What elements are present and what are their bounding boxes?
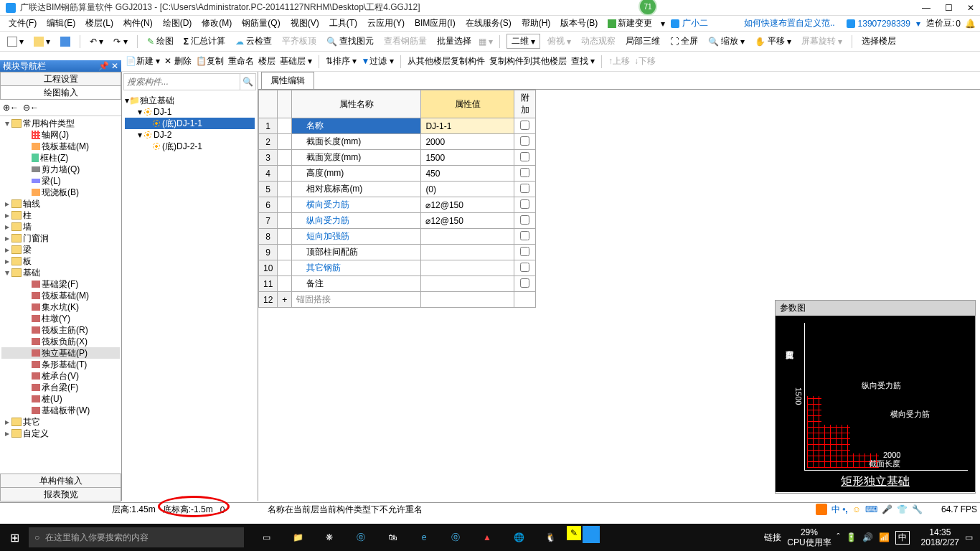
property-row[interactable]: 7纵向受力筋⌀12@150 — [259, 213, 536, 229]
tab-single-input[interactable]: 单构件输入 — [0, 474, 121, 488]
notifications-icon[interactable]: ▭ — [965, 532, 973, 542]
property-table[interactable]: 属性名称属性值附加 1名称DJ-1-12截面长度(mm)20003截面宽度(mm… — [258, 90, 536, 308]
tree-node[interactable]: ▸板 — [1, 255, 120, 267]
property-row[interactable]: 5相对底标高(m)(0) — [259, 182, 536, 197]
pan-button[interactable]: ✋平移 ▾ — [752, 34, 794, 49]
menu-rebar[interactable]: 钢筋量(Q) — [237, 16, 284, 31]
menu-floor[interactable]: 楼层(L) — [81, 16, 118, 31]
property-tab[interactable]: 属性编辑 — [261, 72, 314, 89]
tree-node[interactable]: 基础梁(F) — [1, 278, 120, 290]
tree-node[interactable]: ▸自定义 — [1, 428, 120, 439]
tree-node[interactable]: ▾常用构件类型 — [1, 118, 120, 129]
tree-node[interactable]: 筏板基础(M) — [1, 141, 120, 152]
menu-edit[interactable]: 编辑(E) — [42, 16, 80, 31]
redo-button[interactable]: ↷ ▾ — [110, 35, 130, 48]
copy-from-floor-button[interactable]: 从其他楼层复制构件 — [407, 55, 485, 67]
tree-node[interactable]: 柱墩(Y) — [1, 313, 120, 324]
battery-icon[interactable]: 🔋 — [846, 532, 857, 542]
new-file-button[interactable]: ▾ — [4, 35, 27, 48]
menu-bim[interactable]: BIM应用(I) — [410, 16, 460, 31]
tree-node[interactable]: 桩承台(V) — [1, 370, 120, 382]
tree-node[interactable]: 基础板带(W) — [1, 405, 120, 416]
property-row[interactable]: 12+锚固搭接 — [259, 292, 536, 308]
undo-button[interactable]: ↶ ▾ — [87, 35, 106, 48]
minimize-button[interactable]: — — [922, 3, 930, 13]
cad-icon[interactable]: ▲ — [472, 526, 502, 549]
property-row[interactable]: 10其它钢筋 — [259, 260, 536, 276]
top-view-button[interactable]: 俯视 ▾ — [545, 34, 574, 49]
tree-node[interactable]: 筏板负筋(X) — [1, 336, 120, 347]
component-tree[interactable]: ▾📁 独立基础 ▾DJ-1 (底)DJ-1-1 ▾DJ-2 (底)DJ-2-1 — [122, 92, 258, 155]
menu-draw[interactable]: 绘图(D) — [159, 16, 197, 31]
mic-icon[interactable]: 🎤 — [882, 504, 892, 514]
save-button[interactable] — [57, 35, 73, 48]
foundation-floor-select[interactable]: 基础层 ▾ — [280, 55, 312, 67]
tree-node[interactable]: 梁(L) — [1, 175, 120, 187]
menu-component[interactable]: 构件(N) — [119, 16, 157, 31]
rotate-button[interactable]: 屏幕旋转 ▾ — [798, 34, 845, 49]
tree-node[interactable]: ▾基础 — [1, 267, 120, 278]
tree-node[interactable]: ▸梁 — [1, 244, 120, 255]
property-row[interactable]: 4高度(mm)450 — [259, 166, 536, 182]
tree-node[interactable]: 现浇板(B) — [1, 187, 120, 198]
start-button[interactable]: ⊞ — [0, 531, 29, 545]
bell-icon[interactable]: 🔔 — [965, 19, 976, 29]
skin-icon[interactable]: 👕 — [897, 504, 908, 514]
tree-node[interactable]: 独立基础(P) — [1, 347, 120, 359]
floor-select[interactable]: 楼层 — [258, 55, 275, 67]
open-button[interactable]: ▾ — [31, 35, 53, 48]
sogou-icon[interactable] — [816, 504, 827, 515]
chrome-icon[interactable]: 🌐 — [504, 526, 534, 549]
store-icon[interactable]: 🛍 — [377, 526, 407, 549]
app-icon-1[interactable]: ❋ — [314, 526, 344, 549]
qq-icon[interactable]: 🐧 — [535, 526, 565, 549]
ime-status[interactable]: 中 ⸰, — [831, 504, 848, 516]
new-comp-button[interactable]: 📄新建 ▾ — [126, 55, 160, 67]
batch-select-button[interactable]: 批量选择 — [434, 34, 474, 49]
edge-icon[interactable]: ⓔ — [346, 526, 376, 549]
tree-node[interactable]: 筏板基础(M) — [1, 290, 120, 301]
filter-button[interactable]: ▼过滤 ▾ — [361, 55, 393, 67]
delete-button[interactable]: ✕ 删除 — [164, 55, 191, 67]
tree-node[interactable]: 条形基础(T) — [1, 359, 120, 370]
edge2-icon[interactable]: e — [409, 526, 439, 549]
property-row[interactable]: 8短向加强筋 — [259, 229, 536, 245]
tree-node[interactable]: ▸轴线 — [1, 198, 120, 209]
draw-button[interactable]: ✎绘图 — [144, 34, 176, 49]
network-icon[interactable]: 📶 — [879, 532, 890, 542]
property-row[interactable]: 2截面长度(mm)2000 — [259, 134, 536, 150]
property-row[interactable]: 9顶部柱间配筋 — [259, 245, 536, 260]
emoji-icon[interactable]: ☺ — [852, 504, 861, 514]
tool-icon[interactable]: 🔧 — [912, 504, 923, 514]
menu-tools[interactable]: 工具(T) — [325, 16, 362, 31]
view-rebar-button[interactable]: 查看钢筋量 — [381, 34, 430, 49]
clock[interactable]: 14:352018/2/27 — [921, 527, 959, 548]
nav-tree[interactable]: ▾常用构件类型轴网(J)筏板基础(M)框柱(Z)剪力墙(Q)梁(L)现浇板(B)… — [0, 116, 121, 468]
ie-icon[interactable]: ⓔ — [440, 526, 471, 549]
orbit-button[interactable]: 动态观察 — [578, 34, 618, 49]
notes-icon[interactable]: ✎ — [567, 526, 581, 540]
find-element-button[interactable]: 🔍查找图元 — [324, 34, 377, 49]
taskview-icon[interactable]: ▭ — [251, 526, 281, 549]
tree-node[interactable]: ▸门窗洞 — [1, 232, 120, 244]
maximize-button[interactable]: ☐ — [945, 3, 953, 13]
ime-tray[interactable]: 中 — [895, 531, 910, 545]
volume-icon[interactable]: 🔊 — [862, 532, 873, 542]
tree-node[interactable]: ▸其它 — [1, 416, 120, 428]
menu-online[interactable]: 在线服务(S) — [461, 16, 516, 31]
sort-button[interactable]: ⇅排序 ▾ — [326, 55, 357, 67]
property-row[interactable]: 1名称DJ-1-1 — [259, 118, 536, 134]
property-row[interactable]: 11备注 — [259, 276, 536, 292]
tab-report[interactable]: 报表预览 — [0, 487, 121, 501]
2d-select[interactable]: 二维 ▾ — [507, 34, 540, 49]
tree-node[interactable]: ▸柱 — [1, 209, 120, 221]
new-change-button[interactable]: 新建变更 — [603, 16, 656, 31]
tree-node[interactable]: 框柱(Z) — [1, 152, 120, 164]
rename-button[interactable]: 重命名 — [228, 55, 254, 67]
faq-link[interactable]: 如何快速布置自定义范.. — [738, 17, 841, 29]
copy-button[interactable]: 📋复制 — [196, 55, 224, 67]
menu-modify[interactable]: 修改(M) — [197, 16, 236, 31]
tree-node[interactable]: 桩(U) — [1, 393, 120, 405]
zoom-button[interactable]: 🔍缩放 ▾ — [705, 34, 748, 49]
tree-node[interactable]: 筏板主筋(R) — [1, 324, 120, 336]
